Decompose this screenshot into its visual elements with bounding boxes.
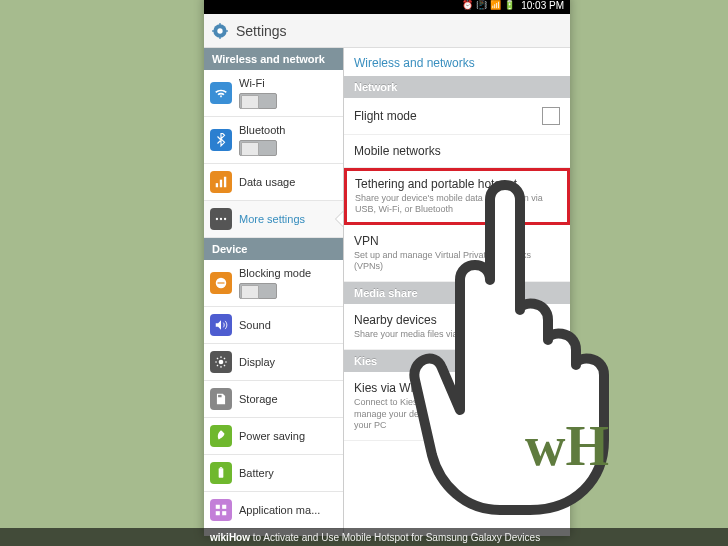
sidebar-item-wifi[interactable]: Wi-Fi [204, 70, 343, 117]
blocking-toggle[interactable] [239, 283, 277, 299]
sidebar-item-label: Blocking mode [239, 267, 337, 279]
svg-point-10 [220, 218, 222, 220]
row-subtitle: Share your device's mobile data connecti… [355, 193, 559, 216]
sidebar-item-sound[interactable]: Sound [204, 307, 343, 344]
sidebar-item-label: Battery [239, 467, 274, 479]
row-title: Nearby devices [354, 313, 560, 327]
svg-line-20 [224, 365, 225, 366]
svg-rect-26 [216, 505, 220, 509]
sidebar-item-bluetooth[interactable]: Bluetooth [204, 117, 343, 164]
sidebar-item-label: Application ma... [239, 504, 320, 516]
content-pane: Wireless and network Wi-Fi Bluetooth [204, 48, 570, 536]
row-title: Flight mode [354, 109, 534, 123]
app-header: Settings [204, 14, 570, 48]
sidebar-item-label: Data usage [239, 176, 295, 188]
svg-rect-6 [216, 183, 218, 187]
row-flight-mode[interactable]: Flight mode [344, 98, 570, 135]
svg-point-1 [217, 28, 222, 33]
row-subtitle: Connect to Kies on your PC via Wi-Fi net… [354, 397, 560, 431]
sidebar-item-appmgr[interactable]: Application ma... [204, 492, 343, 529]
sidebar-item-label: Storage [239, 393, 278, 405]
svg-line-21 [217, 365, 218, 366]
storage-icon [210, 388, 232, 410]
sidebar-category-wireless: Wireless and network [204, 48, 343, 70]
sidebar: Wireless and network Wi-Fi Bluetooth [204, 48, 344, 536]
page-title: Settings [236, 23, 287, 39]
svg-rect-29 [222, 511, 226, 515]
caption-prefix: wikiHow [210, 532, 250, 543]
caption-bar: wikiHow to Activate and Use Mobile Hotsp… [0, 528, 728, 546]
row-kies-wifi[interactable]: Kies via Wi-Fi Connect to Kies on your P… [344, 372, 570, 441]
sound-icon [210, 314, 232, 336]
row-title: Kies via Wi-Fi [354, 381, 560, 395]
sidebar-item-more[interactable]: More settings [204, 201, 343, 238]
svg-rect-24 [219, 468, 224, 477]
wifi-toggle[interactable] [239, 93, 277, 109]
svg-line-19 [217, 358, 218, 359]
svg-rect-25 [220, 467, 222, 468]
section-network: Network [344, 76, 570, 98]
row-title: Mobile networks [354, 144, 560, 158]
sidebar-item-display[interactable]: Display [204, 344, 343, 381]
svg-rect-23 [218, 395, 222, 397]
apps-icon [210, 499, 232, 521]
svg-line-22 [224, 358, 225, 359]
flight-mode-checkbox[interactable] [542, 107, 560, 125]
row-nearby[interactable]: Nearby devices Share your media files vi… [344, 304, 570, 350]
vibrate-icon: 📳 [476, 0, 487, 10]
row-subtitle: Share your media files via DLNA [354, 329, 560, 340]
minus-icon [210, 272, 232, 294]
section-media: Media share [344, 282, 570, 304]
sidebar-item-blocking[interactable]: Blocking mode [204, 260, 343, 307]
battery-icon [210, 462, 232, 484]
wifi-icon [210, 82, 232, 104]
row-vpn[interactable]: VPN Set up and manage Virtual Private Ne… [344, 225, 570, 283]
leaf-icon [210, 425, 232, 447]
sidebar-item-label: Wi-Fi [239, 77, 337, 89]
section-kies: Kies [344, 350, 570, 372]
gear-icon [212, 23, 228, 39]
signal-icon: 📶 [490, 0, 501, 10]
sidebar-item-datausage[interactable]: Data usage [204, 164, 343, 201]
row-title: Tethering and portable hotspot [355, 177, 559, 191]
row-title: VPN [354, 234, 560, 248]
sidebar-item-storage[interactable]: Storage [204, 381, 343, 418]
caption-text: to Activate and Use Mobile Hotspot for S… [250, 532, 540, 543]
clock: 10:03 PM [521, 0, 564, 11]
bluetooth-icon [210, 129, 232, 151]
bluetooth-toggle[interactable] [239, 140, 277, 156]
sidebar-item-label: Bluetooth [239, 124, 337, 136]
sidebar-item-label: More settings [239, 213, 305, 225]
sidebar-item-label: Display [239, 356, 275, 368]
sidebar-category-device: Device [204, 238, 343, 260]
more-icon [210, 208, 232, 230]
selected-indicator-icon [336, 211, 344, 227]
sidebar-item-power[interactable]: Power saving [204, 418, 343, 455]
phone-frame: ⏰ 📳 📶 🔋 10:03 PM Settings Wireless and n… [204, 0, 570, 536]
main-title: Wireless and networks [344, 48, 570, 76]
svg-rect-8 [224, 177, 226, 188]
svg-point-14 [219, 360, 224, 365]
svg-point-11 [224, 218, 226, 220]
svg-rect-27 [222, 505, 226, 509]
display-icon [210, 351, 232, 373]
row-tethering-highlighted[interactable]: Tethering and portable hotspot Share you… [344, 168, 570, 225]
chart-icon [210, 171, 232, 193]
svg-rect-13 [218, 282, 225, 283]
sidebar-item-label: Power saving [239, 430, 305, 442]
sidebar-item-battery[interactable]: Battery [204, 455, 343, 492]
row-mobile-networks[interactable]: Mobile networks [344, 135, 570, 168]
svg-point-9 [216, 218, 218, 220]
svg-rect-28 [216, 511, 220, 515]
alarm-icon: ⏰ [462, 0, 473, 10]
status-bar: ⏰ 📳 📶 🔋 10:03 PM [204, 0, 570, 14]
battery-icon: 🔋 [504, 0, 515, 10]
row-subtitle: Set up and manage Virtual Private Networ… [354, 250, 560, 273]
main-panel: Wireless and networks Network Flight mod… [344, 48, 570, 536]
sidebar-item-label: Sound [239, 319, 271, 331]
svg-rect-7 [220, 180, 222, 188]
